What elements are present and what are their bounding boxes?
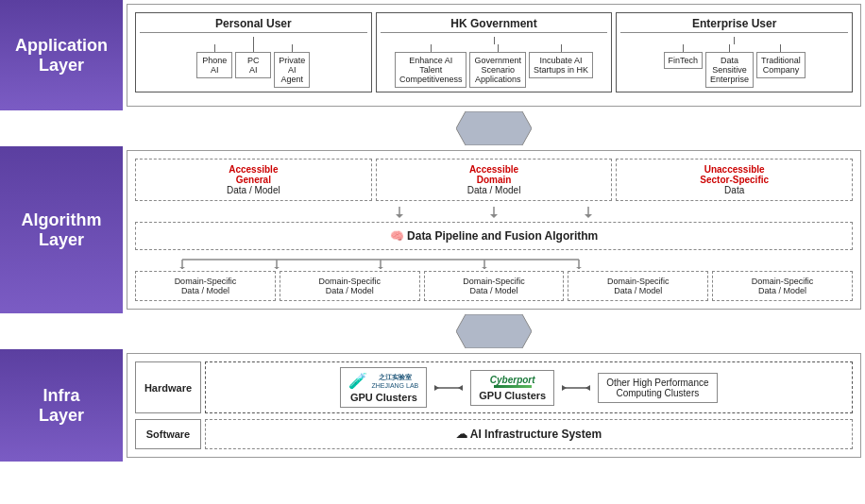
svg-marker-24: [585, 385, 590, 391]
vline-enterprise: [734, 37, 735, 44]
hardware-inner: 🧪 之江实验室 ZHEJIANG LAB GPU Clusters: [205, 361, 853, 413]
infra-sections: Hardware 🧪 之江实验室 ZHEJIANG LAB GP: [135, 361, 853, 449]
incubate-ai-box: Incubate AI Startups in HK: [529, 52, 593, 78]
svg-marker-11: [274, 267, 280, 269]
cyberport-text: Cyberport: [490, 375, 535, 385]
private-ai-item: Private AI Agent: [274, 44, 310, 88]
domain-model-1: Domain-SpecificData / Model: [135, 271, 276, 301]
application-layer-label: Application Layer: [0, 0, 123, 110]
phone-ai-box: Phone AI: [196, 52, 232, 78]
svg-marker-9: [179, 267, 185, 269]
user-groups-row: Personal User Phone AI PC AI: [135, 12, 853, 92]
unaccessible-sector-title: UnaccessibleSector-Specific: [621, 164, 847, 185]
pc-ai-item: PC AI: [235, 44, 271, 88]
ai-infrastructure-box: ☁ AI Infrastructure System: [205, 419, 853, 449]
svg-marker-17: [576, 267, 582, 269]
fintech-box: FinTech: [664, 52, 704, 69]
personal-sub-items: Phone AI PC AI Private AI Agent: [140, 44, 367, 88]
vline-hkgov: [494, 37, 495, 44]
cyberport-gpu-box: Cyberport GPU Clusters: [470, 370, 554, 406]
hk-gov-title: HK Government: [381, 17, 608, 33]
svg-marker-6: [585, 214, 592, 218]
other-cluster-box: Other High PerformanceComputing Clusters: [598, 373, 717, 403]
cyberport-logo-row: Cyberport: [490, 375, 535, 388]
accessible-general-subtitle: Data / Model: [141, 185, 366, 195]
small-arrow-row: [135, 207, 853, 218]
enterprise-sub-items: FinTech Data Sensitive Enterprise Tradit…: [620, 44, 848, 88]
enhance-ai-item: Enhance AI Talent Competitiveness: [395, 44, 467, 88]
svg-marker-18: [456, 314, 532, 348]
application-layer-content: Personal User Phone AI PC AI: [127, 4, 861, 107]
svg-marker-2: [396, 214, 403, 218]
enterprise-user-group: Enterprise User FinTech Data Sensitive E…: [616, 12, 853, 92]
domain-model-2: Domain-SpecificData / Model: [280, 271, 420, 301]
gpu-arrow-2: [562, 380, 590, 395]
enterprise-user-title: Enterprise User: [620, 17, 848, 33]
application-label-text: Application Layer: [9, 36, 113, 76]
infra-label-text: InfraLayer: [39, 386, 84, 426]
svg-marker-4: [490, 214, 498, 218]
domain-model-3: Domain-SpecificData / Model: [424, 271, 565, 301]
data-sensitive-item: Data Sensitive Enterprise: [705, 44, 754, 88]
connector-arrows-svg: [352, 207, 636, 218]
pipeline-down-arrow: [135, 256, 853, 269]
diagram-container: Application Layer Personal User Phone AI: [0, 0, 865, 462]
svg-marker-21: [458, 385, 463, 391]
cyberport-gpu-label: GPU Clusters: [479, 390, 546, 401]
accessible-domain-title: AccessibleDomain: [382, 164, 607, 185]
bidirectional-arrow-2: [562, 380, 590, 395]
zj-lab-gpu-box: 🧪 之江实验室 ZHEJIANG LAB GPU Clusters: [340, 367, 427, 408]
pc-ai-box: PC AI: [235, 52, 271, 78]
accessible-domain-box: AccessibleDomain Data / Model: [376, 159, 613, 201]
zj-lab-icon: 🧪: [348, 372, 367, 390]
domain-model-4: Domain-SpecificData / Model: [568, 271, 708, 301]
svg-marker-13: [378, 267, 383, 269]
accessible-domain-subtitle: Data / Model: [382, 185, 607, 195]
enhance-ai-box: Enhance AI Talent Competitiveness: [395, 52, 467, 88]
hk-gov-group: HK Government Enhance AI Talent Competit…: [376, 12, 613, 92]
gov-scenario-item: Government Scenario Applications: [469, 44, 526, 88]
arrow-1: [123, 110, 865, 146]
arrow-2: [123, 313, 865, 349]
data-sources-row: AccessibleGeneral Data / Model Accessibl…: [135, 159, 853, 201]
cyberport-underline: [494, 385, 532, 388]
incubate-ai-item: Incubate AI Startups in HK: [529, 44, 593, 88]
application-layer-row: Application Layer Personal User Phone AI: [0, 0, 865, 110]
algorithm-label-text: AlgorithmLayer: [22, 210, 102, 250]
svg-marker-23: [562, 385, 567, 391]
fintech-item: FinTech: [664, 44, 704, 88]
hardware-label: Hardware: [135, 361, 201, 413]
software-label: Software: [135, 419, 201, 449]
other-cluster-text: Other High PerformanceComputing Clusters: [606, 378, 708, 398]
gpu-arrow-1: [434, 380, 463, 395]
algorithm-layer-row: AlgorithmLayer AccessibleGeneral Data / …: [0, 146, 865, 313]
infra-layer-row: InfraLayer Hardware 🧪 之江实验室 ZHEJ: [0, 349, 865, 462]
zj-english: ZHEJIANG LAB: [371, 382, 418, 389]
infra-layer-label: InfraLayer: [0, 349, 123, 462]
hkgov-sub-items: Enhance AI Talent Competitiveness Govern…: [381, 44, 608, 88]
down-arrow-svg-2: [456, 314, 532, 348]
personal-user-title: Personal User: [140, 17, 367, 33]
unaccessible-sector-subtitle: Data: [621, 185, 847, 195]
personal-user-group: Personal User Phone AI PC AI: [135, 12, 372, 92]
gov-scenario-box: Government Scenario Applications: [469, 52, 526, 88]
domain-model-5: Domain-SpecificData / Model: [712, 271, 853, 301]
zj-gpu-label: GPU Clusters: [350, 392, 417, 403]
zj-lab-logo-row: 🧪 之江实验室 ZHEJIANG LAB: [348, 372, 418, 390]
accessible-general-box: AccessibleGeneral Data / Model: [135, 159, 372, 201]
hardware-section: Hardware 🧪 之江实验室 ZHEJIANG LAB GP: [135, 361, 853, 413]
vline-personal: [253, 37, 254, 44]
infra-layer-content: Hardware 🧪 之江实验室 ZHEJIANG LAB GP: [127, 353, 861, 458]
zj-chinese: 之江实验室: [371, 373, 418, 382]
zj-lab-logo-text: 之江实验室 ZHEJIANG LAB: [371, 373, 418, 389]
svg-marker-20: [434, 385, 439, 391]
unaccessible-sector-box: UnaccessibleSector-Specific Data: [616, 159, 853, 201]
algorithm-layer-label: AlgorithmLayer: [0, 146, 123, 313]
svg-marker-15: [482, 267, 487, 269]
pipeline-branch-svg: [144, 256, 617, 269]
down-arrow-svg-1: [456, 111, 532, 145]
traditional-company-item: Traditional Company: [756, 44, 806, 88]
algorithm-layer-content: AccessibleGeneral Data / Model Accessibl…: [127, 150, 861, 310]
traditional-company-box: Traditional Company: [756, 52, 806, 78]
bidirectional-arrow-1: [434, 380, 463, 395]
